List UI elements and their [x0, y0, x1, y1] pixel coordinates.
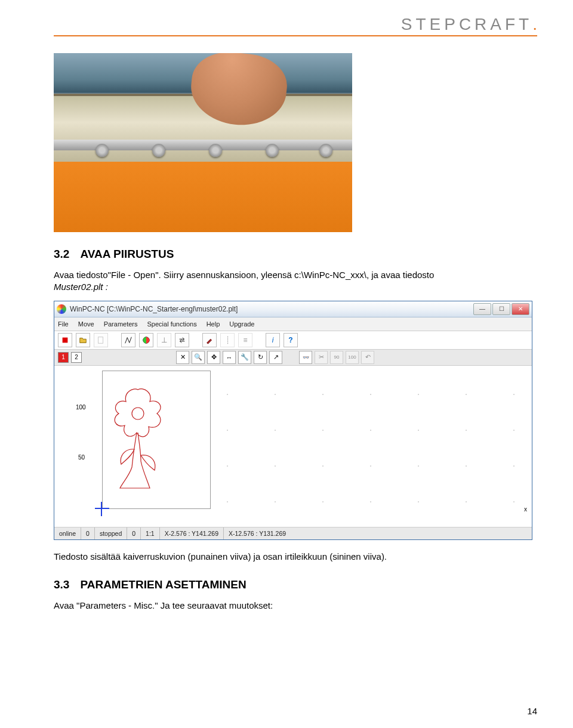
- info-icon[interactable]: i: [266, 333, 280, 347]
- svg-rect-0: [63, 337, 68, 343]
- path-icon[interactable]: [121, 333, 135, 347]
- status-scale: 1:1: [141, 528, 160, 539]
- svg-point-3: [132, 408, 144, 419]
- x-axis-label: x: [524, 506, 527, 513]
- origin-icon[interactable]: ⊥: [157, 333, 171, 347]
- section-3-2-heading: 3.2AVAA PIIRUSTUS: [54, 248, 537, 261]
- list-icon[interactable]: ≡: [238, 333, 252, 347]
- status-online: online: [54, 528, 81, 539]
- origin-marker: [98, 505, 106, 513]
- menu-help[interactable]: Help: [207, 320, 220, 328]
- pan-icon[interactable]: ✥: [207, 351, 220, 364]
- menu-file[interactable]: File: [58, 320, 69, 328]
- rot90-icon[interactable]: 90: [330, 351, 343, 364]
- open-icon[interactable]: [76, 333, 90, 347]
- flower-drawing: [108, 384, 168, 491]
- help-icon[interactable]: ?: [284, 333, 298, 347]
- minimize-button[interactable]: —: [473, 303, 491, 315]
- toolbar-main: ⊥ ┊ ≡ i ?: [54, 331, 532, 350]
- close-button[interactable]: ✕: [512, 303, 529, 315]
- wrench-icon[interactable]: 🔧: [238, 351, 251, 364]
- stop-icon[interactable]: [58, 333, 72, 347]
- winpcnc-window: WinPC-NC [C:\WinPC-NC_Starter-engl\muste…: [54, 301, 532, 540]
- y-tick-50: 50: [78, 454, 85, 461]
- section-number-33: 3.3: [54, 578, 69, 591]
- page-header: STEPCRAFT.: [54, 0, 537, 35]
- menu-move[interactable]: Move: [78, 320, 94, 328]
- rot100-icon[interactable]: 100: [346, 351, 359, 364]
- zoom-x-icon[interactable]: ✕: [176, 351, 189, 364]
- brand-text: STEPCRAFT: [401, 15, 532, 33]
- brand-dot: .: [532, 15, 537, 33]
- zoom-icon[interactable]: 🔍: [192, 351, 205, 364]
- app-icon: [57, 304, 66, 314]
- header-divider: [54, 35, 537, 36]
- section-3-3-para: Avaa "Parameters - Misc." Ja tee seuraav…: [54, 600, 537, 612]
- menu-parameters[interactable]: Parameters: [104, 320, 138, 328]
- status-zero2: 0: [127, 528, 141, 539]
- section-3-3-heading: 3.3PARAMETRIEN ASETTAMINEN: [54, 578, 537, 591]
- drawing-canvas[interactable]: 100 50 x: [54, 366, 532, 527]
- brand-logo: STEPCRAFT.: [401, 15, 537, 33]
- doc-icon[interactable]: [94, 333, 108, 347]
- section-title-33: PARAMETRIEN ASETTAMINEN: [80, 578, 246, 591]
- para-line2: Muster02.plt :: [54, 282, 108, 292]
- layer-tab-1[interactable]: 1: [58, 352, 69, 363]
- tool-icon[interactable]: [202, 333, 217, 347]
- scissors-icon[interactable]: ✂: [315, 351, 328, 364]
- glasses-icon[interactable]: 👓: [299, 351, 312, 364]
- section-3-2-para: Avaa tiedosto"File - Open". Siirry asenn…: [54, 269, 537, 294]
- status-stopped: stopped: [95, 528, 127, 539]
- para-line1: Avaa tiedosto"File - Open". Siirry asenn…: [54, 270, 434, 280]
- toolbar-secondary: 1 2 ✕ 🔍 ✥ ↔ 🔧 ↻ ↗ 👓 ✂ 90 100 ↶: [54, 350, 532, 366]
- cursor-icon[interactable]: ↗: [269, 351, 282, 364]
- svg-rect-1: [98, 337, 103, 343]
- y-tick-100: 100: [76, 404, 86, 411]
- swap-icon[interactable]: [175, 333, 189, 347]
- refresh-icon[interactable]: ↻: [254, 351, 267, 364]
- menu-bar: File Move Parameters Special functions H…: [54, 317, 532, 331]
- status-bar: online 0 stopped 0 1:1 X-2.576 : Y141.26…: [54, 527, 532, 539]
- layer-tab-2[interactable]: 2: [71, 352, 82, 363]
- machine-photo: [54, 53, 352, 232]
- dash-icon[interactable]: ┊: [220, 333, 235, 347]
- after-screenshot-para: Tiedosto sisältää kaiverruskuvion (punai…: [54, 551, 537, 563]
- document-page: STEPCRAFT. 3.2AVAA PIIRUSTUS Avaa tiedos…: [0, 0, 573, 640]
- undo-icon[interactable]: ↶: [361, 351, 374, 364]
- menu-special[interactable]: Special functions: [147, 320, 197, 328]
- section-number: 3.2: [54, 248, 69, 261]
- status-coord2: X-12.576 : Y131.269: [224, 528, 291, 539]
- window-titlebar: WinPC-NC [C:\WinPC-NC_Starter-engl\muste…: [54, 301, 532, 317]
- section-title: AVAA PIIRUSTUS: [80, 248, 174, 260]
- maximize-button[interactable]: ☐: [492, 303, 510, 315]
- menu-upgrade[interactable]: Upgrade: [229, 320, 254, 328]
- status-coord1: X-2.576 : Y141.269: [160, 528, 224, 539]
- window-title: WinPC-NC [C:\WinPC-NC_Starter-engl\muste…: [70, 305, 238, 313]
- color-icon[interactable]: [139, 333, 153, 347]
- move-icon[interactable]: ↔: [223, 351, 236, 364]
- status-zero1: 0: [81, 528, 95, 539]
